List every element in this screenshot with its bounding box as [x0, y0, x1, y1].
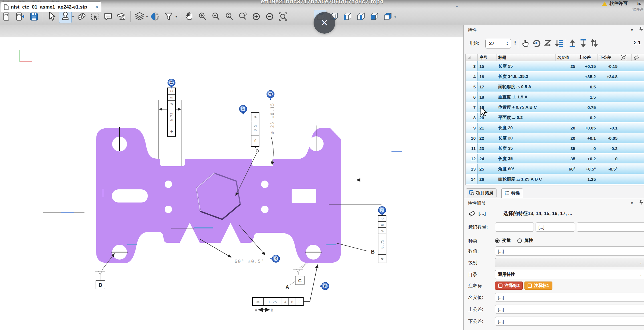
rotate-selection-icon[interactable] [532, 38, 541, 49]
cell-seq[interactable]: 18 [478, 92, 496, 102]
cell-lower[interactable]: +34.8 [597, 72, 619, 81]
cell-nominal[interactable]: 35 [556, 154, 577, 163]
cell-title[interactable]: 长度 25 [496, 61, 556, 71]
list-order-icon[interactable] [554, 38, 564, 49]
cell-seq[interactable]: 21 [478, 123, 496, 133]
zoom-fit-button[interactable] [223, 10, 235, 23]
move-bottom-icon[interactable] [579, 38, 588, 49]
cell-title[interactable]: 面轮廓度 ⌓ 0.5 A [496, 82, 556, 92]
id-qty-input-1[interactable] [495, 222, 534, 232]
table-row[interactable]: 11 23 长度 35 35 0 -0.2 [466, 143, 644, 154]
table-row[interactable]: 6 18 垂直度 ⊥ 1.5 A 1.5 [466, 92, 644, 102]
move-top-icon[interactable] [568, 38, 577, 49]
cell-capture[interactable] [619, 92, 632, 102]
table-row[interactable]: 8 20 平面度 ▱ 0.2 0.2 [466, 113, 644, 123]
cell-capture[interactable] [619, 123, 632, 133]
id-qty-input-3[interactable] [577, 222, 644, 232]
move-up-down-icon[interactable] [590, 38, 599, 49]
cell-nominal[interactable]: 60° [556, 164, 577, 174]
cell-tag[interactable] [632, 102, 644, 112]
cell-capture[interactable] [619, 113, 632, 122]
cell-upper[interactable]: 0 [577, 143, 597, 153]
table-row[interactable]: 12 24 长度 35 35 +0.2 0 [466, 154, 644, 164]
table-row[interactable]: 4 16 长度 34.8...35.2 +35.2 +34.8 [466, 72, 644, 82]
id-qty-input-2[interactable]: [...] [536, 222, 575, 232]
cell-lower[interactable] [597, 82, 619, 92]
pan-hand-button[interactable] [183, 10, 195, 23]
zoom-in-button[interactable] [197, 10, 209, 23]
layers-dropdown-arrow[interactable]: ▾ [146, 15, 148, 19]
header-upper[interactable]: 上公差 [577, 54, 597, 61]
cell-tag[interactable] [632, 92, 644, 102]
row-gutter-number[interactable]: 13 [466, 164, 478, 174]
section-view-button[interactable] [149, 10, 161, 23]
cell-upper[interactable]: 0.5 [577, 82, 597, 92]
header-tag-icon[interactable] [632, 54, 644, 61]
cell-lower[interactable]: -0.2 [597, 143, 619, 153]
row-gutter-number[interactable]: 14 [466, 174, 478, 184]
video-close-button[interactable]: ✕ [314, 12, 335, 34]
cell-lower[interactable]: -0.1 [597, 123, 619, 133]
chip-note-1[interactable]: 注释标1 [524, 282, 552, 290]
upper-tol-input[interactable]: [...] [495, 305, 644, 314]
cell-upper[interactable]: 0.75 [577, 102, 597, 112]
level-select[interactable]: ⌄ [495, 258, 644, 267]
row-gutter-number[interactable]: 3 [466, 61, 478, 71]
dim-diameter[interactable]: ⌀ 25 ±0.15 [270, 103, 275, 165]
cell-lower[interactable]: 0 [597, 154, 619, 163]
table-row[interactable]: 9 21 长度 20 20 +0.05 -0.1 [466, 123, 644, 133]
balloon-13[interactable]: 13 [168, 79, 175, 88]
cell-title[interactable]: 角度 60° [496, 164, 556, 174]
cell-seq[interactable]: 17 [478, 82, 496, 92]
cell-tag[interactable] [632, 113, 644, 122]
cell-tag[interactable] [632, 174, 644, 184]
cell-upper[interactable]: 1.5 [577, 92, 597, 102]
cell-seq[interactable]: 26 [478, 174, 496, 184]
cell-lower[interactable]: -0.05 [597, 133, 619, 143]
cell-tag[interactable] [632, 154, 644, 163]
table-row[interactable]: 5 17 面轮廓度 ⌓ 0.5 A 0.5 [466, 82, 644, 92]
fcf-profile-26[interactable]: ⌓ 1.25 A B C A B [253, 265, 318, 312]
cell-upper[interactable]: 0.2 [577, 113, 597, 122]
fcf-position-13[interactable]: C B A 0.75 ⌖ [167, 88, 175, 136]
table-row[interactable]: 13 25 角度 60° 60° +0.5° -0.5° [466, 164, 644, 174]
cell-nominal[interactable]: 25 [556, 61, 577, 71]
cell-nominal[interactable] [556, 82, 577, 92]
cell-capture[interactable] [619, 143, 632, 153]
cell-seq[interactable]: 23 [478, 143, 496, 153]
cell-nominal[interactable] [556, 102, 577, 112]
tab-properties[interactable]: 特性 [501, 188, 523, 198]
cell-seq[interactable]: 16 [478, 72, 496, 81]
tab-close-icon[interactable]: × [95, 4, 98, 10]
zoom-selection-button[interactable] [277, 10, 289, 23]
cell-title[interactable]: 垂直度 ⊥ 1.5 A [496, 92, 556, 102]
cell-title[interactable]: 长度 35 [496, 143, 556, 153]
row-gutter-number[interactable]: 9 [466, 123, 478, 133]
document-tab[interactable]: nist_ctc_01_asme1_ap242-e1.stp × [1, 1, 101, 12]
cell-title[interactable]: 长度 34.8...35.2 [496, 72, 556, 81]
view-cube-front-button[interactable] [368, 10, 380, 23]
cell-nominal[interactable]: 35 [556, 143, 577, 153]
cell-nominal[interactable] [556, 72, 577, 81]
cell-upper[interactable]: +0.05 [577, 123, 597, 133]
radio-variable[interactable] [495, 238, 500, 243]
zoom-out-button[interactable] [210, 10, 222, 23]
view-more-arrow[interactable]: ◂ [394, 15, 396, 19]
cell-lower[interactable] [597, 174, 619, 184]
cell-title[interactable]: 长度 20 [496, 133, 556, 143]
cell-tag[interactable] [632, 72, 644, 81]
cell-capture[interactable] [619, 164, 632, 174]
header-gutter[interactable] [466, 54, 478, 61]
cell-capture[interactable] [619, 154, 632, 163]
view-cube-back-button[interactable] [381, 10, 393, 23]
cell-capture[interactable] [619, 102, 632, 112]
cell-lower[interactable] [597, 102, 619, 112]
cell-seq[interactable]: 24 [478, 154, 496, 163]
fcf-position-19[interactable]: C B A 0.75 ⌖ [378, 215, 386, 263]
header-lower[interactable]: 下公差 [597, 54, 619, 61]
tab-project-extension[interactable]: 项目拓展 [466, 188, 496, 197]
chip-note-2[interactable]: 注释标2 [495, 282, 523, 290]
license-status[interactable]: 软件许可 5. [602, 1, 641, 7]
cell-capture[interactable] [619, 82, 632, 92]
header-capture-icon[interactable] [619, 54, 632, 61]
